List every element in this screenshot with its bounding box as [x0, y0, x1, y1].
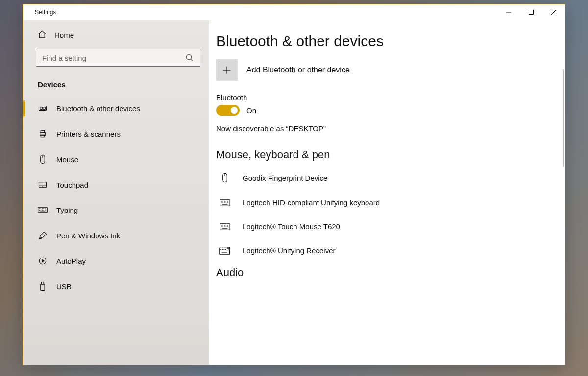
keyboard-icon [38, 207, 48, 213]
sidebar-item-label: Bluetooth & other devices [56, 104, 140, 113]
sidebar-item-label: Printers & scanners [56, 130, 121, 138]
sidebar-item-label: Pen & Windows Ink [56, 232, 120, 240]
sidebar-item-usb[interactable]: USB [23, 274, 209, 299]
settings-window: Settings Home [23, 4, 565, 365]
printer-icon [38, 129, 48, 138]
sidebar-home-label: Home [54, 31, 74, 39]
sidebar-nav: Bluetooth & other devicesPrinters & scan… [23, 95, 209, 299]
keyboard-icon [218, 223, 232, 230]
search-icon [185, 53, 194, 64]
svg-rect-8 [43, 107, 46, 110]
touchpad-icon [38, 181, 48, 188]
mouse-icon [218, 173, 232, 183]
add-device-button[interactable]: Add Bluetooth or other device [216, 59, 545, 94]
device-row[interactable]: Logitech® Touch Mouse T620 [216, 214, 545, 238]
minimize-button[interactable] [497, 4, 520, 20]
svg-line-5 [191, 59, 193, 61]
pen-icon [38, 231, 48, 240]
content: Bluetooth & other devices Add Bluetooth … [209, 20, 565, 365]
sidebar-item-mouse[interactable]: Mouse [23, 146, 209, 172]
search-box[interactable] [36, 49, 200, 67]
keyboard-usb-icon [218, 247, 232, 255]
discoverable-text: Now discoverable as “DESKTOP” [216, 124, 545, 144]
search-input[interactable] [42, 54, 195, 62]
sidebar-item-autoplay[interactable]: AutoPlay [23, 248, 209, 274]
svg-rect-1 [529, 10, 534, 15]
device-row[interactable]: Goodix Fingerprint Device [216, 165, 545, 190]
home-icon [38, 30, 47, 40]
sidebar-item-label: USB [56, 282, 72, 291]
sidebar-item-touchpad[interactable]: Touchpad [23, 172, 209, 197]
sidebar-category: Devices [23, 67, 209, 95]
scrollbar[interactable] [563, 69, 564, 167]
keyboard-icon [218, 199, 232, 206]
maximize-button[interactable] [520, 4, 542, 20]
titlebar: Settings [23, 4, 565, 20]
sidebar-item-bluetooth[interactable]: Bluetooth & other devices [23, 95, 209, 121]
window-controls [497, 4, 565, 20]
sidebar-item-label: Typing [56, 206, 78, 214]
device-label: Goodix Fingerprint Device [243, 174, 327, 182]
device-label: Logitech® Touch Mouse T620 [243, 222, 340, 231]
plus-icon [216, 59, 238, 81]
svg-rect-7 [40, 107, 43, 110]
close-button[interactable] [542, 4, 565, 20]
section-heading: Audio [216, 262, 545, 283]
sidebar-item-typing[interactable]: Typing [23, 197, 209, 223]
sidebar-item-printers[interactable]: Printers & scanners [23, 121, 209, 146]
device-label: Logitech HID-compliant Unifying keyboard [243, 198, 380, 207]
titlebar-title: Settings [23, 9, 56, 16]
mouse-icon [38, 154, 48, 164]
sidebar-home[interactable]: Home [23, 20, 209, 49]
svg-point-4 [186, 54, 192, 60]
usb-icon [38, 282, 48, 291]
bluetooth-icon [38, 104, 48, 113]
section-heading: Mouse, keyboard & pen [216, 144, 545, 165]
device-row[interactable]: Logitech HID-compliant Unifying keyboard [216, 190, 545, 214]
add-device-label: Add Bluetooth or other device [246, 66, 350, 74]
svg-rect-11 [41, 135, 45, 137]
sidebar-item-label: AutoPlay [56, 257, 86, 265]
device-row[interactable]: Logitech® Unifying Receiver [216, 238, 545, 262]
sidebar-item-label: Mouse [56, 155, 78, 164]
page-title: Bluetooth & other devices [216, 30, 545, 59]
sidebar-item-label: Touchpad [56, 181, 88, 189]
autoplay-icon [38, 257, 48, 265]
svg-rect-32 [41, 284, 45, 291]
svg-rect-10 [41, 130, 45, 133]
device-label: Logitech® Unifying Receiver [243, 246, 335, 255]
sidebar-item-pen[interactable]: Pen & Windows Ink [23, 223, 209, 248]
bluetooth-toggle-state: On [246, 106, 256, 115]
sidebar: Home Devices Bluetooth & other devicesPr… [23, 20, 209, 365]
bluetooth-heading: Bluetooth [216, 94, 545, 105]
bluetooth-toggle[interactable] [216, 105, 240, 116]
